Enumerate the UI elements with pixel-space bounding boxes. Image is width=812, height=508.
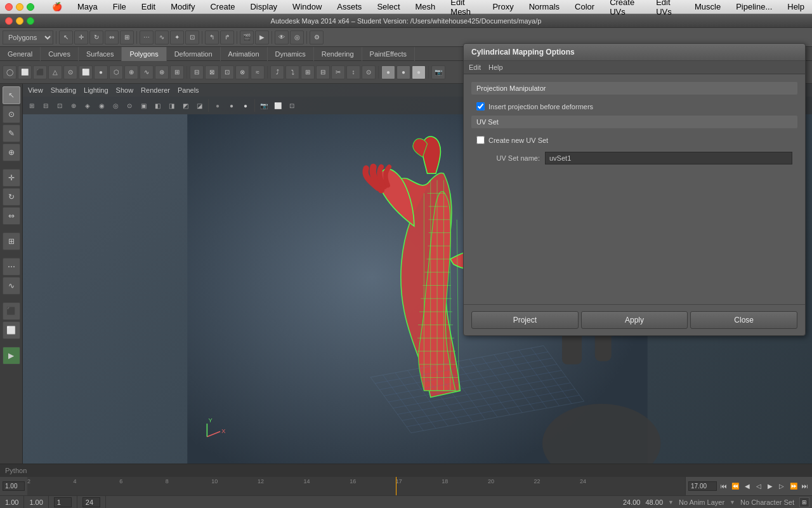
time-value-input[interactable] xyxy=(688,481,717,491)
vp-menu-shading[interactable]: Shading xyxy=(51,86,76,94)
icon-separate[interactable]: ⊠ xyxy=(205,65,219,79)
frame-max-input[interactable] xyxy=(82,497,100,507)
checkbox-insert[interactable] xyxy=(476,102,485,110)
last-tool[interactable]: ⊞ xyxy=(120,30,134,44)
paint-tool-btn[interactable]: ✎ xyxy=(3,124,20,142)
menu-color[interactable]: Color xyxy=(572,2,597,11)
redo-btn[interactable]: ↱ xyxy=(220,30,234,44)
rotate-tool-btn[interactable]: ↻ xyxy=(3,188,20,206)
menu-file[interactable]: File xyxy=(110,2,129,11)
rotate-tool[interactable]: ↻ xyxy=(89,30,103,44)
snap-to-curve-btn[interactable]: ∿ xyxy=(3,277,20,295)
icon-display1[interactable]: ● xyxy=(381,65,395,79)
vp-icon-8[interactable]: ⊙ xyxy=(123,99,136,112)
tab-surfaces[interactable]: Surfaces xyxy=(79,47,122,61)
vp-menu-view[interactable]: View xyxy=(28,86,43,94)
icon-camera[interactable]: 📷 xyxy=(431,65,445,79)
menu-create[interactable]: Create xyxy=(207,2,237,11)
tab-deformation[interactable]: Deformation xyxy=(167,47,221,61)
icon-disk[interactable]: ● xyxy=(94,65,108,79)
move-tool[interactable]: ✛ xyxy=(74,30,88,44)
apply-button[interactable]: Apply xyxy=(581,311,688,329)
vp-menu-show[interactable]: Show xyxy=(116,86,134,94)
show-hide-btn[interactable]: 👁 xyxy=(275,30,289,44)
render-layer-btn[interactable]: ▶ xyxy=(3,347,20,364)
dialog-menu-edit[interactable]: Edit xyxy=(469,62,481,72)
soft-select-btn[interactable]: ⊕ xyxy=(3,144,20,161)
isolate-btn[interactable]: ◎ xyxy=(290,30,304,44)
icon-display3[interactable]: ● xyxy=(412,65,426,79)
icon-pipe[interactable]: ⊕ xyxy=(124,65,138,79)
history-btn[interactable]: ↰ xyxy=(205,30,219,44)
icon-smooth[interactable]: ≈ xyxy=(251,65,265,79)
ipr-btn[interactable]: ▶ xyxy=(255,30,269,44)
menu-modify[interactable]: Modify xyxy=(168,2,197,11)
menu-proxy[interactable]: Proxy xyxy=(490,2,516,11)
vp-icon-2[interactable]: ⊟ xyxy=(39,99,52,112)
timeline-track[interactable]: 2 4 6 8 10 12 14 16 17 18 20 22 24 xyxy=(27,477,685,495)
vp-icon-4[interactable]: ⊕ xyxy=(67,99,80,112)
tab-rendering[interactable]: Rendering xyxy=(314,47,362,61)
icon-super[interactable]: ⊞ xyxy=(170,65,184,79)
layer-btn[interactable]: ⬛ xyxy=(3,302,20,320)
tab-general[interactable]: General xyxy=(0,47,41,61)
tab-painteffects[interactable]: PaintEffects xyxy=(362,47,416,61)
icon-display2[interactable]: ● xyxy=(396,65,410,79)
scale-tool[interactable]: ⇔ xyxy=(105,30,119,44)
prev-key-btn[interactable]: ⏪ xyxy=(731,481,740,492)
lasso-tool-btn[interactable]: ⊙ xyxy=(3,105,20,123)
tab-curves[interactable]: Curves xyxy=(41,47,79,61)
go-end-btn[interactable]: ⏭ xyxy=(801,481,809,492)
prev-frame-btn[interactable]: ◀ xyxy=(743,481,752,492)
render-btn[interactable]: 🎬 xyxy=(240,30,254,44)
icon-torus[interactable]: ⊙ xyxy=(63,65,77,79)
menu-display[interactable]: Display xyxy=(247,2,280,11)
icon-split[interactable]: ✂ xyxy=(331,65,345,79)
tab-animation[interactable]: Animation xyxy=(221,47,268,61)
next-key-btn[interactable]: ⏩ xyxy=(789,481,798,492)
vp-icon-5[interactable]: ◈ xyxy=(81,99,94,112)
anim-layer-arrow[interactable]: ▼ xyxy=(668,499,674,505)
tab-polygons[interactable]: Polygons xyxy=(122,47,166,61)
vp-icon-shading2[interactable]: ● xyxy=(225,99,238,112)
transform-btn[interactable]: ⊞ xyxy=(3,232,20,250)
uv-name-input[interactable] xyxy=(545,152,792,164)
apple-menu[interactable]: 🍎 xyxy=(49,2,65,11)
vp-icon-shading3[interactable]: ● xyxy=(239,99,252,112)
snap-view[interactable]: ⊡ xyxy=(185,30,199,44)
icon-platonic[interactable]: ⬡ xyxy=(109,65,123,79)
snap-to-grid-btn[interactable]: ⋯ xyxy=(3,258,20,276)
minimize-button[interactable] xyxy=(16,3,23,11)
checkbox-new-uv[interactable] xyxy=(476,136,485,144)
icon-offset[interactable]: ⊙ xyxy=(362,65,376,79)
tab-dynamics[interactable]: Dynamics xyxy=(268,47,314,61)
vp-icon-shading1[interactable]: ● xyxy=(211,99,224,112)
vp-icon-10[interactable]: ◧ xyxy=(151,99,164,112)
go-start-btn[interactable]: ⏮ xyxy=(719,481,728,492)
char-set-arrow[interactable]: ▼ xyxy=(730,499,735,505)
icon-cube[interactable]: ⬜ xyxy=(18,65,32,79)
vp-icon-13[interactable]: ◪ xyxy=(193,99,206,112)
icon-booleans[interactable]: ⊗ xyxy=(235,65,249,79)
next-frame-btn[interactable]: ▷ xyxy=(777,481,786,492)
icon-combine[interactable]: ⊟ xyxy=(190,65,204,79)
maximize-button[interactable] xyxy=(27,3,34,11)
select-tool-btn[interactable]: ↖ xyxy=(3,86,20,104)
menu-edit-uvs[interactable]: Edit UVs xyxy=(653,0,682,17)
icon-extract[interactable]: ⊡ xyxy=(220,65,234,79)
menu-muscle[interactable]: Muscle xyxy=(692,2,723,11)
icon-cylinder[interactable]: ⬛ xyxy=(33,65,47,79)
menu-edit[interactable]: Edit xyxy=(139,2,158,11)
project-button[interactable]: Project xyxy=(471,311,579,329)
snap-grid[interactable]: ⋯ xyxy=(140,30,154,44)
select-tool[interactable]: ↖ xyxy=(59,30,73,44)
menu-window[interactable]: Window xyxy=(290,2,324,11)
mode-dropdown[interactable]: Polygons xyxy=(3,30,53,44)
title-close[interactable] xyxy=(5,17,13,25)
play-back-btn[interactable]: ◁ xyxy=(754,481,763,492)
play-fwd-btn[interactable]: ▶ xyxy=(766,481,775,492)
icon-helix[interactable]: ∿ xyxy=(140,65,154,79)
icon-sphere[interactable]: ◯ xyxy=(3,65,16,79)
command-input[interactable] xyxy=(32,467,807,474)
char-set-icon[interactable]: ⊞ xyxy=(799,497,809,507)
